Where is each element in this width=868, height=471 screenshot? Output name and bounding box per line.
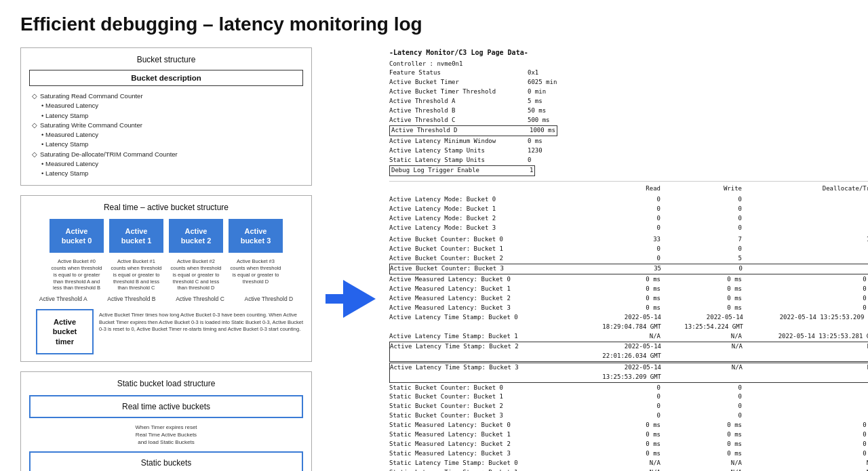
bucket-list: ◇ Saturating Read Command Counter • Meas…	[29, 91, 303, 178]
table-row: Static Latency Time Stamp: Bucket 1N/AN/…	[389, 468, 868, 471]
sub-items: • Measured Latency • Latency Stamp	[32, 101, 303, 121]
log-field-line: Active Threshold D1000 ms	[389, 125, 557, 136]
log-field-line: Active Threshold C500 ms	[389, 116, 868, 125]
timer-cell: Activebuckettimer	[36, 309, 94, 354]
table-row: Static Bucket Counter: Bucket 0000	[389, 384, 868, 393]
bucket-3: Activebucket 3	[229, 219, 283, 253]
log-field-line: Active Bucket Timer6025 min	[389, 78, 868, 87]
log-field-line: Debug Log Trigger Enable1	[389, 165, 535, 176]
static-buckets-box: Static buckets	[29, 451, 303, 471]
page-title: Efficient debugging – latency monitoring…	[20, 14, 848, 35]
table-row: Active Latency Mode: Bucket 3000	[389, 224, 868, 233]
arrow-wrapper	[326, 280, 376, 318]
table-row: Active Measured Latency: Bucket 10 ms0 m…	[389, 285, 868, 294]
table-row: Active Bucket Counter: Bucket 2050	[389, 254, 868, 264]
realtime-bucket-diagram: Real time – active bucket structure Acti…	[20, 195, 312, 362]
log-field-line: Active Latency Stamp Units1230	[389, 146, 868, 156]
log-field-line: Feature Status0x1	[389, 68, 868, 78]
log-field-line: Active Bucket Timer Threshold0 min	[389, 87, 868, 97]
arrow-col	[326, 47, 376, 471]
table-row: Active Latency Time Stamp: Bucket 22022-…	[389, 342, 868, 362]
table-row: Active Bucket Counter: Bucket 0337147	[389, 235, 868, 245]
bucket-1-desc: Active Bucket #1 counts when threshold i…	[109, 258, 163, 291]
table-row: Static Measured Latency: Bucket 10 ms0 m…	[389, 430, 868, 440]
table-row: Active Latency Time Stamp: Bucket 1N/AN/…	[389, 332, 868, 342]
sub-items: • Measured Latency • Latency Stamp	[32, 159, 303, 179]
list-item: ◇ Saturating Write Command Counter	[32, 121, 303, 130]
sub-items: • Measured Latency • Latency Stamp	[32, 130, 303, 150]
log-panel: -Latency Monitor/C3 Log Page Data- Contr…	[389, 47, 868, 471]
bucket-structure-diagram: Bucket structure Bucket description ◇ Sa…	[20, 47, 312, 186]
table-row: Static Measured Latency: Bucket 00 ms0 m…	[389, 421, 868, 430]
arrow-right	[343, 280, 376, 318]
log-fields: Feature Status0x1Active Bucket Timer6025…	[389, 68, 868, 176]
table-row: Active Latency Mode: Bucket 1000	[389, 205, 868, 214]
table-row: Static Measured Latency: Bucket 20 ms0 m…	[389, 440, 868, 449]
table-row: Active Latency Mode: Bucket 0000	[389, 195, 868, 205]
static-title: Static bucket load structure	[29, 379, 303, 388]
log-field-line: Active Latency Minimum Window0 ms	[389, 137, 868, 146]
bucket-desc-row: Active Bucket #0 counts when threshold i…	[29, 258, 303, 291]
table-row: Static Bucket Counter: Bucket 2000	[389, 402, 868, 411]
log-field-line: Active Threshold A5 ms	[389, 97, 868, 106]
table-row: Active Bucket Counter: Bucket 1009	[389, 245, 868, 254]
static-middle-text: When Timer expires resetReal Time Active…	[29, 424, 303, 447]
bucket-0-desc: Active Bucket #0 counts when threshold i…	[50, 258, 104, 291]
list-item: ◇ Saturating Read Command Counter	[32, 91, 303, 101]
bucket-2: Activebucket 2	[169, 219, 223, 253]
bucket-1: Activebucket 1	[109, 219, 163, 253]
static-bucket-diagram: Static bucket load structure Real time a…	[20, 371, 312, 471]
log-header: -Latency Monitor/C3 Log Page Data-	[389, 47, 868, 58]
log-field-line: Static Latency Stamp Units0	[389, 156, 868, 165]
table-row: Static Bucket Counter: Bucket 3000	[389, 411, 868, 421]
bucket-3-desc: Active Bucket #3 counts when threshold i…	[229, 258, 283, 291]
table-row: Static Measured Latency: Bucket 30 ms0 m…	[389, 449, 868, 459]
bucket-2-desc: Active Bucket #2 counts when threshold i…	[169, 258, 223, 291]
table-row: Active Bucket Counter: Bucket 33500	[389, 264, 868, 274]
static-rt-bucket: Real time active buckets	[29, 395, 303, 418]
threshold-labels: Active Threshold A Active Threshold B Ac…	[29, 295, 303, 302]
realtime-title: Real time – active bucket structure	[29, 203, 303, 212]
log-field-line: Active Threshold B50 ms	[389, 106, 868, 116]
list-item: ◇ Saturating De-allocate/TRIM Command Co…	[32, 150, 303, 159]
bucket-0: Activebucket 0	[50, 219, 104, 253]
timer-section: Activebuckettimer Active Bucket Timer ti…	[29, 309, 303, 354]
table-row: Active Latency Mode: Bucket 2000	[389, 214, 868, 224]
table-row: Active Latency Time Stamp: Bucket 32022-…	[389, 363, 868, 383]
log-controller-line: Controller : nvme0n1	[389, 60, 868, 69]
table-row: Active Latency Time Stamp: Bucket 02022-…	[389, 313, 868, 332]
table-row: Active Measured Latency: Bucket 00 ms0 m…	[389, 275, 868, 285]
left-panel: Bucket structure Bucket description ◇ Sa…	[20, 47, 312, 471]
log-data-rows: Active Latency Mode: Bucket 0000Active L…	[389, 195, 868, 471]
timer-desc: Active Bucket Timer times how long Activ…	[99, 309, 303, 333]
table-row: Static Bucket Counter: Bucket 1000	[389, 392, 868, 402]
log-columns-header: Read Write Deallocate/Trim	[389, 181, 868, 194]
table-row: Active Measured Latency: Bucket 30 ms0 m…	[389, 304, 868, 313]
table-row: Static Latency Time Stamp: Bucket 0N/AN/…	[389, 459, 868, 468]
bucket-desc-box: Bucket description	[29, 70, 303, 86]
bucket-structure-title: Bucket structure	[29, 55, 303, 64]
table-row: Active Measured Latency: Bucket 20 ms0 m…	[389, 294, 868, 304]
buckets-row: Activebucket 0 Activebucket 1 Activebuck…	[29, 219, 303, 253]
